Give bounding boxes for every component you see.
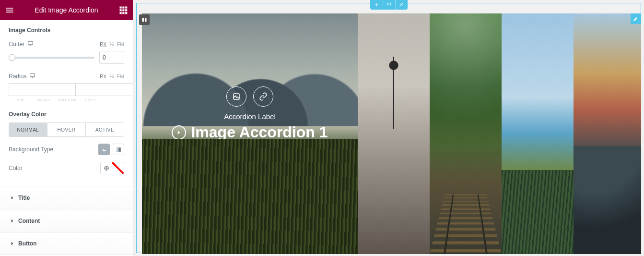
accordion-panel-5[interactable] (574, 13, 641, 254)
unit-px[interactable]: PX (100, 74, 106, 79)
widgets-grid-icon[interactable] (118, 5, 128, 15)
side-label-top: TOP (9, 98, 32, 102)
overlay-color-heading: Overlay Color (9, 111, 124, 118)
panel-header: Edit Image Accordion (0, 0, 133, 20)
svg-rect-5 (125, 9, 127, 11)
svg-rect-12 (117, 147, 118, 152)
overlay-state-tabs: NORMAL HOVER ACTIVE (9, 122, 124, 137)
side-label-right: RIGHT (32, 98, 56, 102)
section-content-label: Content (18, 218, 40, 224)
svg-point-19 (390, 3, 391, 4)
accordion-label: Accordion Label (224, 112, 276, 121)
svg-point-21 (388, 4, 389, 5)
section-title-label: Title (18, 195, 30, 201)
svg-rect-4 (122, 9, 124, 11)
accordion-panel-3[interactable] (430, 13, 502, 254)
section-content-toggle[interactable]: Content (0, 209, 133, 232)
unit-em[interactable]: EM (117, 42, 124, 47)
edit-section-button[interactable] (383, 0, 395, 10)
global-color-icon[interactable] (101, 162, 112, 174)
remove-section-button[interactable] (395, 0, 408, 10)
editor-canvas: Accordion Label Image Accordion 1 Image … (133, 0, 644, 256)
svg-rect-8 (125, 12, 127, 14)
image-overlay-icon[interactable] (226, 86, 246, 107)
side-label-left: LEFT (79, 98, 102, 102)
editor-panel: Edit Image Accordion Image Controls Gutt… (0, 0, 133, 256)
edit-widget-icon[interactable] (631, 13, 641, 24)
svg-rect-10 (30, 73, 35, 77)
background-type-switch (98, 144, 124, 155)
accordion-panel-overlay: Accordion Label Image Accordion 1 Image … (142, 13, 358, 254)
color-swatch[interactable] (112, 162, 124, 174)
tab-hover[interactable]: HOVER (47, 123, 86, 136)
section-title-toggle[interactable]: Title (0, 186, 133, 209)
bg-classic-button[interactable] (98, 144, 110, 155)
gutter-label: Gutter (9, 41, 24, 48)
radius-right-input[interactable] (75, 83, 133, 96)
panel-title: Edit Image Accordion (14, 6, 118, 14)
slider-thumb[interactable] (9, 54, 15, 61)
accordion-content: Image accordion content. (207, 145, 293, 154)
control-gutter: Gutter PX % EM (9, 40, 124, 64)
side-label-bottom: BOTTOM (56, 98, 79, 102)
tab-normal[interactable]: NORMAL (9, 123, 47, 136)
section-button-label: Button (18, 240, 37, 247)
unit-percent[interactable]: % (109, 42, 114, 47)
radius-top-input[interactable] (9, 83, 75, 96)
accordion-title: Image Accordion 1 (191, 123, 328, 141)
arrow-right-circle-icon (172, 125, 186, 140)
read-more-button[interactable]: Read More (222, 163, 277, 181)
control-radius: Radius PX % EM (9, 73, 124, 102)
bg-gradient-button[interactable] (113, 144, 124, 155)
svg-rect-1 (122, 7, 124, 9)
gutter-value-input[interactable] (99, 51, 124, 64)
menu-icon[interactable] (5, 5, 14, 15)
color-picker (100, 162, 124, 174)
unit-px[interactable]: PX (100, 42, 106, 47)
svg-rect-6 (120, 12, 122, 14)
svg-rect-24 (145, 18, 147, 22)
color-label: Color (9, 165, 23, 171)
responsive-device-icon[interactable] (29, 73, 35, 80)
caret-right-icon (11, 195, 14, 201)
image-accordion-widget[interactable]: Accordion Label Image Accordion 1 Image … (142, 13, 641, 254)
responsive-device-icon[interactable] (27, 40, 34, 48)
unit-percent[interactable]: % (109, 74, 114, 79)
radius-side-labels: TOP RIGHT BOTTOM LEFT (9, 98, 124, 102)
svg-rect-2 (125, 7, 127, 9)
svg-rect-23 (142, 18, 144, 22)
radius-label: Radius (9, 73, 26, 80)
radius-unit-switch[interactable]: PX % EM (100, 74, 124, 79)
panel-body: Image Controls Gutter PX % EM (0, 20, 133, 256)
accordion-panel-1[interactable]: Accordion Label Image Accordion 1 Image … (142, 13, 358, 254)
background-type-label: Background Type (9, 146, 53, 153)
section-image-controls-title: Image Controls (9, 27, 124, 34)
accordion-panel-2[interactable] (358, 13, 430, 254)
link-overlay-icon[interactable] (253, 86, 273, 107)
svg-rect-9 (28, 41, 33, 45)
gutter-unit-switch[interactable]: PX % EM (100, 42, 124, 47)
svg-point-20 (387, 4, 388, 5)
tab-active[interactable]: ACTIVE (86, 123, 124, 136)
svg-point-22 (390, 4, 391, 5)
caret-right-icon (11, 218, 14, 224)
add-section-button[interactable] (370, 0, 383, 10)
section-toolbar (370, 0, 408, 10)
svg-point-17 (387, 3, 388, 4)
caret-right-icon (11, 240, 14, 247)
accordion-title-row: Image Accordion 1 (172, 123, 328, 141)
svg-point-18 (388, 3, 389, 4)
svg-rect-0 (120, 7, 122, 9)
svg-rect-7 (122, 12, 124, 14)
column-handle-icon[interactable] (139, 14, 150, 25)
radius-dimension-inputs (9, 83, 124, 96)
unit-em[interactable]: EM (117, 74, 124, 79)
accordion-panel-4[interactable] (502, 13, 574, 254)
section-button-toggle[interactable]: Button (0, 232, 133, 255)
gutter-slider[interactable] (9, 57, 94, 59)
svg-rect-3 (120, 9, 122, 11)
